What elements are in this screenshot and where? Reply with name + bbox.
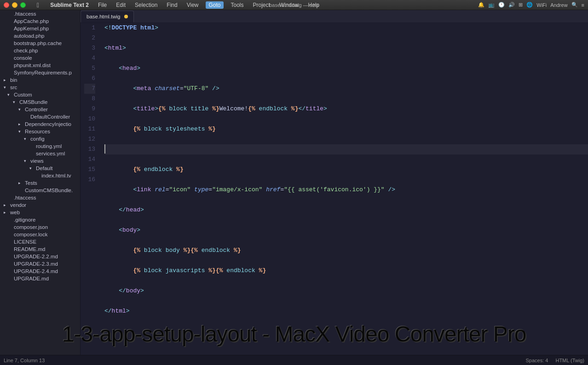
sidebar-item-customcmsbundle[interactable]: CustomCMSBundle. [0, 187, 80, 194]
sidebar-item-label: bootstrap.php.cache [14, 40, 62, 46]
menu-view[interactable]: View [185, 2, 201, 8]
sidebar-item-label: UPGRADE.md [14, 276, 49, 281]
code-line-16 [104, 326, 588, 336]
sidebar-item-label: composer.lock [14, 232, 48, 237]
status-syntax: HTML (Twig) [555, 358, 584, 363]
sidebar-item-gitignore[interactable]: .gitignore [0, 216, 80, 223]
sidebar-item-index-html[interactable]: index.html.tv [0, 172, 80, 179]
sidebar-item-license[interactable]: LICENSE [0, 238, 80, 245]
code-editor[interactable]: <!DOCTYPE html> <html> <head> <meta char… [99, 23, 588, 355]
menu-icon[interactable]: ≡ [582, 2, 584, 8]
sidebar-item-src[interactable]: src [0, 84, 80, 91]
code-line-15: </html> [104, 306, 588, 316]
sidebar-item-phpunit[interactable]: phpunit.xml.dist [0, 62, 80, 69]
tab-bar: base.html.twig [81, 10, 588, 23]
sidebar-item-upgrade24[interactable]: UPGRADE-2.4.md [0, 268, 80, 275]
code-line-1: <!DOCTYPE html> [104, 23, 588, 33]
triangle-open [18, 107, 23, 112]
menu-find[interactable]: Find [165, 2, 179, 8]
menu-goto[interactable]: Goto [206, 1, 223, 9]
menu-project[interactable]: Project [251, 2, 272, 8]
triangle-open [4, 85, 8, 90]
language-icon: 🌐 [526, 2, 533, 8]
sidebar-item-check[interactable]: check.php [0, 47, 80, 54]
menu-tools[interactable]: Tools [229, 2, 246, 8]
sidebar-item-web[interactable]: web [0, 209, 80, 216]
code-line-7 [104, 144, 588, 154]
sidebar-item-composer-lock[interactable]: composer.lock [0, 231, 80, 238]
status-right: Spaces: 4 HTML (Twig) [526, 358, 584, 363]
triangle-open [7, 92, 12, 97]
menu-selection[interactable]: Selection [133, 2, 159, 8]
sidebar-item-dependencyinjection[interactable]: DependencyInjectio [0, 120, 80, 128]
sidebar-item-label: vendor [10, 202, 26, 208]
sidebar-item-bootstrap[interactable]: bootstrap.php.cache [0, 40, 80, 47]
sidebar-item-label: views [30, 158, 44, 164]
sidebar-item-views[interactable]: views [0, 157, 80, 165]
sidebar-item-console[interactable]: console [0, 54, 80, 62]
clock-icon: 🕐 [498, 2, 505, 8]
status-position: Line 7, Column 13 [4, 358, 45, 363]
status-left: Line 7, Column 13 [4, 358, 45, 363]
sidebar-item-label: DependencyInjectio [25, 121, 71, 127]
menu-edit[interactable]: Edit [114, 2, 127, 8]
sidebar-item-upgrade[interactable]: UPGRADE.md [0, 275, 80, 282]
triangle-open [24, 159, 29, 163]
sidebar-item-autoload[interactable]: autoload.php [0, 32, 80, 40]
sidebar-item-readme[interactable]: README.md [0, 245, 80, 253]
sidebar-item-services[interactable]: services.yml [0, 150, 80, 157]
code-line-12: {% block body %}{% endblock %} [104, 245, 588, 256]
sidebar-item-controller[interactable]: Controller [0, 106, 80, 113]
sidebar-item-cmsbundle[interactable]: CMSBundle [0, 98, 80, 106]
sidebar-item-appcache[interactable]: AppCache.php [0, 17, 80, 25]
sidebar-item-label: .htaccess [14, 195, 36, 200]
tab-base-html[interactable]: base.html.twig [81, 11, 134, 23]
apple-menu[interactable]:  [35, 1, 41, 9]
sidebar-item-label: autoload.php [14, 33, 45, 39]
sidebar-item-symfony[interactable]: SymfonyRequirements.p [0, 69, 80, 76]
user-name: Andrew [550, 2, 567, 8]
sidebar-item-bin[interactable]: bin [0, 76, 80, 84]
sidebar-item-label: check.php [14, 48, 38, 53]
close-button[interactable] [4, 2, 9, 8]
minimize-button[interactable] [12, 2, 17, 8]
sidebar[interactable]: .htaccess AppCache.php AppKernel.php aut… [0, 10, 81, 355]
menu-file[interactable]: File [96, 2, 109, 8]
code-area[interactable]: 1 2 3 4 5 6 7 8 9 10 11 12 13 14 15 16 <… [81, 23, 588, 355]
main-area: .htaccess AppCache.php AppKernel.php aut… [0, 10, 588, 355]
sidebar-item-label: console [14, 55, 32, 61]
sidebar-item-label: UPGRADE-2.3.md [14, 261, 58, 267]
code-line-9: <link rel="icon" type="image/x-icon" hre… [104, 185, 588, 195]
sidebar-item-upgrade22[interactable]: UPGRADE-2.2.md [0, 253, 80, 260]
sidebar-item-htaccess[interactable]: .htaccess [0, 10, 80, 17]
sidebar-item-label: LICENSE [14, 239, 36, 245]
sidebar-item-resources[interactable]: Resources [0, 128, 80, 135]
sidebar-item-defaultcontroller[interactable]: DefaultController [0, 113, 80, 120]
sidebar-item-upgrade23[interactable]: UPGRADE-2.3.md [0, 260, 80, 268]
sidebar-item-config[interactable]: config [0, 135, 80, 143]
sidebar-item-label: CMSBundle [19, 99, 47, 105]
triangle-closed [4, 210, 8, 215]
sidebar-item-composer-json[interactable]: composer.json [0, 223, 80, 231]
sidebar-item-routing[interactable]: routing.yml [0, 143, 80, 150]
sidebar-item-label: CustomCMSBundle. [25, 188, 73, 193]
sidebar-item-vendor[interactable]: vendor [0, 201, 80, 209]
sidebar-item-label: DefaultController [30, 114, 70, 120]
code-line-2: <html> [104, 43, 588, 53]
sidebar-item-label: .htaccess [14, 11, 36, 17]
app-name[interactable]: Sublime Text 2 [48, 2, 91, 8]
traffic-lights [4, 2, 26, 8]
sidebar-item-default[interactable]: Default [0, 165, 80, 172]
sidebar-item-appkernel[interactable]: AppKernel.php [0, 25, 80, 32]
screen-icon: 📺 [488, 2, 495, 8]
code-line-11: <body> [104, 225, 588, 235]
maximize-button[interactable] [20, 2, 26, 8]
titlebar:  Sublime Text 2 File Edit Selection Fin… [0, 0, 588, 10]
search-icon[interactable]: 🔍 [571, 2, 578, 8]
sidebar-item-custom[interactable]: Custom [0, 91, 80, 98]
sidebar-item-label: config [30, 136, 45, 142]
notification-icon: 🔔 [478, 2, 484, 8]
sidebar-item-tests[interactable]: Tests [0, 179, 80, 187]
sidebar-item-htaccess2[interactable]: .htaccess [0, 194, 80, 201]
code-line-10: </head> [104, 205, 588, 215]
